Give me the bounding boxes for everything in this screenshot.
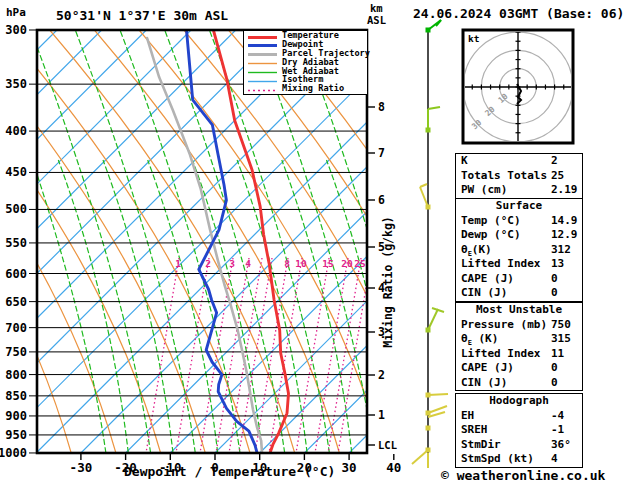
legend-label: Mixing Ratio [282, 83, 344, 93]
info-row: StmDir36° [456, 438, 582, 453]
svg-text:30: 30 [342, 460, 357, 475]
info-row-label: PW (cm) [461, 183, 507, 196]
info-row: CAPE (J)0 [456, 272, 582, 287]
info-row: Dewp (°C)12.9 [456, 228, 582, 243]
wind-barb [412, 448, 431, 469]
info-row-value: 2 [551, 154, 558, 169]
info-row-value: 25 [551, 169, 564, 184]
info-row-label: StmSpd (kt) [461, 452, 534, 465]
info-row-label: Dewp (°C) [461, 228, 521, 241]
wind-barb [426, 426, 431, 431]
svg-text:40: 40 [386, 460, 401, 475]
info-box-title: Most Unstable [456, 303, 582, 318]
info-row: θE(K)312 [456, 243, 582, 258]
svg-text:25: 25 [354, 258, 366, 269]
info-row-value: 0 [551, 286, 558, 301]
info-row-value: 2.19 [551, 183, 578, 198]
info-row: CIN (J)0 [456, 286, 582, 301]
svg-text:350: 350 [5, 77, 27, 91]
legend-swatch [248, 61, 277, 66]
valid-datetime: 24.06.2024 03GMT (Base: 06) [413, 6, 624, 21]
info-row-label: Lifted Index [461, 347, 540, 360]
pressure-axis-unit: hPa [6, 6, 26, 19]
svg-text:500: 500 [5, 202, 27, 216]
svg-text:550: 550 [5, 236, 27, 250]
info-row: θE (K)315 [456, 332, 582, 347]
legend-swatch [248, 43, 277, 48]
info-row: Lifted Index11 [456, 347, 582, 362]
info-row-label: CAPE (J) [461, 361, 514, 374]
info-row-label: Lifted Index [461, 257, 540, 270]
info-row-label: CIN (J) [461, 376, 507, 389]
info-row: StmSpd (kt)4 [456, 452, 582, 467]
svg-text:1000: 1000 [0, 446, 27, 460]
svg-text:8: 8 [284, 258, 290, 269]
svg-text:400: 400 [5, 124, 27, 138]
info-row: PW (cm)2.19 [456, 183, 582, 198]
svg-text:2: 2 [205, 258, 211, 269]
info-row-value: -4 [551, 409, 564, 424]
info-row-value: -1 [551, 423, 564, 438]
info-row-label: Totals Totals [461, 169, 547, 182]
svg-text:750: 750 [5, 345, 27, 359]
svg-text:700: 700 [5, 321, 27, 335]
info-row-label: Temp (°C) [461, 214, 521, 227]
info-row: Temp (°C)14.9 [456, 214, 582, 229]
svg-text:2: 2 [378, 368, 385, 382]
info-box-surface: SurfaceTemp (°C)14.9Dewp (°C)12.9θE(K)31… [455, 198, 583, 302]
wind-barb [426, 20, 442, 33]
info-row-value: 11 [551, 347, 564, 362]
info-row-value: 0 [551, 272, 558, 287]
info-row: Pressure (mb)750 [456, 318, 582, 333]
svg-text:-30: -30 [70, 460, 93, 475]
info-row: CAPE (J)0 [456, 361, 582, 376]
svg-text:15: 15 [322, 258, 334, 269]
km-axis: 87654321LCLMixing Ratio (g/kg) [368, 100, 397, 451]
info-box-most-unstable: Most UnstablePressure (mb)750θE (K)315Li… [455, 302, 583, 391]
legend-swatch [248, 88, 277, 93]
info-row-value: 36° [551, 438, 571, 453]
wind-barb [420, 184, 431, 210]
info-box: K2Totals Totals25PW (cm)2.19 [455, 153, 583, 199]
wind-barb-staff [412, 20, 448, 468]
svg-text:450: 450 [5, 165, 27, 179]
info-row: SREH-1 [456, 423, 582, 438]
info-row-label: θE(K) [461, 243, 492, 256]
info-row-value: 14.9 [551, 214, 578, 229]
svg-text:4: 4 [245, 258, 251, 269]
legend: TemperatureDewpointParcel TrajectoryDry … [243, 30, 368, 95]
info-row-value: 4 [551, 452, 558, 467]
info-box-title: Surface [456, 199, 582, 214]
svg-text:1: 1 [378, 408, 385, 422]
info-row-label: CIN (J) [461, 286, 507, 299]
svg-text:300: 300 [5, 23, 27, 37]
svg-text:3: 3 [229, 258, 235, 269]
svg-text:7: 7 [378, 146, 385, 160]
legend-swatch [248, 70, 277, 75]
info-row-value: 13 [551, 257, 564, 272]
svg-text:1: 1 [175, 258, 181, 269]
info-row-label: StmDir [461, 438, 501, 451]
svg-text:800: 800 [5, 368, 27, 382]
wind-barb [426, 107, 441, 133]
info-row-value: 0 [551, 361, 558, 376]
legend-item: Mixing Ratio [244, 84, 367, 93]
hodograph-unit: kt [468, 33, 479, 44]
wind-barb [426, 406, 448, 417]
info-row: Lifted Index13 [456, 257, 582, 272]
info-row: Totals Totals25 [456, 169, 582, 184]
info-row-label: K [461, 154, 468, 167]
info-row-value: 12.9 [551, 228, 578, 243]
credit-footer: © weatheronline.co.uk [441, 468, 605, 483]
info-row-value: 750 [551, 318, 571, 333]
svg-text:600: 600 [5, 267, 27, 281]
info-row-label: θE (K) [461, 332, 498, 345]
svg-text:900: 900 [5, 409, 27, 423]
info-row: K2 [456, 154, 582, 169]
info-box-title: Hodograph [456, 394, 582, 409]
info-row-value: 0 [551, 376, 558, 391]
info-row-value: 312 [551, 243, 571, 258]
info-box-hodograph: HodographEH-4SREH-1StmDir36°StmSpd (kt)4 [455, 393, 583, 468]
svg-text:6: 6 [378, 193, 385, 207]
info-row-value: 315 [551, 332, 571, 347]
